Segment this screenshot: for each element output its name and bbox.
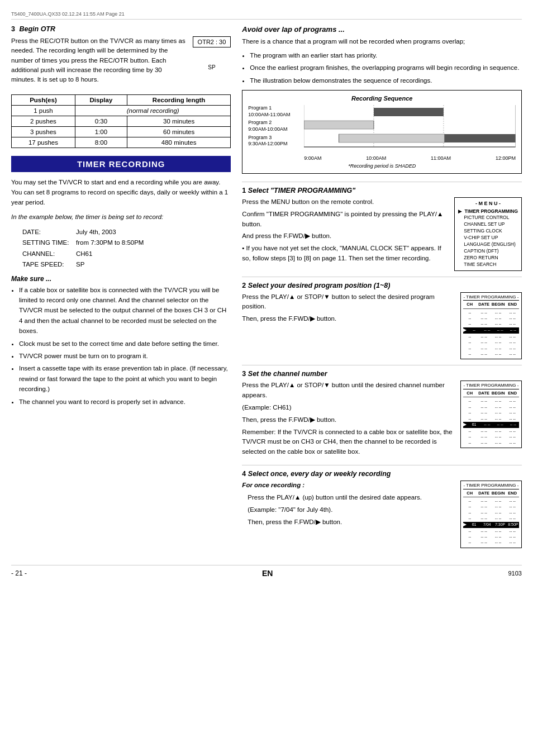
seq-diagram-title: Recording Sequence bbox=[248, 95, 516, 102]
step3-content: Press the PLAY/▲ or STOP/▼ button until … bbox=[242, 381, 522, 459]
timer-example-setting: SETTING TIME: from 7:30PM to 8:50PM bbox=[22, 237, 231, 249]
table-cell-push17: 17 pushes bbox=[12, 137, 75, 148]
tp-cols-3: CH DATE BEGIN END bbox=[463, 391, 519, 397]
table-row: 17 pushes 8:00 480 minutes bbox=[12, 137, 231, 148]
menu-item-selected: ▶ TIMER PROGRAMMING bbox=[458, 208, 518, 215]
table-row: 2 pushes 0:30 30 minutes bbox=[12, 116, 231, 127]
step3-title: Set the channel number bbox=[248, 370, 327, 378]
otr-sp-label: SP bbox=[208, 64, 215, 70]
list-item: The program with an earlier start has pr… bbox=[250, 50, 522, 60]
timer-example: DATE: July 4th, 2003 SETTING TIME: from … bbox=[22, 227, 231, 270]
table-cell-disp2: 0:30 bbox=[75, 116, 127, 127]
tp-data-row: ---- ---- ---- -- bbox=[463, 351, 519, 356]
svg-rect-7 bbox=[445, 134, 516, 142]
tp-data-row: ---- ---- ---- -- bbox=[463, 416, 519, 421]
table-row: 1 push (normal recording) bbox=[12, 106, 231, 116]
menu-item: SETTING CLOCK bbox=[458, 228, 518, 235]
tp-data-row: ---- ---- ---- -- bbox=[463, 410, 519, 415]
step1-content: Press the MENU button on the remote cont… bbox=[242, 197, 522, 271]
step1-text: Press the MENU button on the remote cont… bbox=[242, 197, 450, 266]
seq-chart-area: Program 1 10:00AM-11:00AM Program 2 9:00… bbox=[248, 105, 516, 161]
step4-section: 4 Select once, every day or weekly recor… bbox=[242, 465, 522, 548]
tp-data-row: ---- ---- ---- -- bbox=[463, 540, 519, 545]
recording-sequence-diagram: Recording Sequence Program 1 10:00AM-11:… bbox=[242, 90, 522, 174]
seq-prog3-label: Program 3 9:30AM-12:00PM bbox=[248, 135, 301, 148]
table-header-length: Recording length bbox=[127, 95, 230, 106]
menu-item: ZERO RETURN bbox=[458, 255, 518, 261]
list-item: Insert a cassette tape with its erase pr… bbox=[19, 363, 231, 394]
tp-data-row: ---- ---- ---- -- bbox=[463, 398, 519, 403]
tp-data-row: ---- ---- ---- -- bbox=[463, 340, 519, 345]
table-header-display: Display bbox=[75, 95, 127, 106]
timer-recording-banner: TIMER RECORDING bbox=[11, 156, 231, 172]
tp-header-4: - TIMER PROGRAMMING - bbox=[463, 483, 519, 489]
table-cell-push3: 3 pushes bbox=[12, 127, 75, 137]
menu-title: - M E N U - bbox=[458, 200, 518, 207]
timer-prog-box-step3: - TIMER PROGRAMMING - CH DATE BEGIN END … bbox=[460, 381, 522, 448]
menu-item: CHANNEL SET UP bbox=[458, 221, 518, 228]
step2-title: Select your desired program position (1~… bbox=[248, 282, 391, 289]
tp-header: - TIMER PROGRAMMING - bbox=[463, 294, 519, 301]
step1-section: 1 Select "TIMER PROGRAMMING" Press the M… bbox=[242, 182, 522, 271]
seq-prog1-label: Program 1 10:00AM-11:00AM bbox=[248, 105, 301, 118]
seq-chart-svg bbox=[304, 105, 516, 155]
page-footer: - 21 - EN 9103 bbox=[11, 565, 522, 578]
recording-table: Push(es) Display Recording length 1 push… bbox=[11, 94, 231, 148]
step2-section: 2 Select your desired program position (… bbox=[242, 277, 522, 360]
step4-num: 4 bbox=[242, 470, 246, 478]
svg-rect-6 bbox=[339, 134, 445, 142]
tp-data-row: ---- ---- ---- -- bbox=[463, 434, 519, 439]
timer-example-date: DATE: July 4th, 2003 bbox=[22, 227, 231, 238]
timer-prog-box-step2: - TIMER PROGRAMMING - CH DATE BEGIN END … bbox=[460, 292, 522, 360]
tp-cols: CH DATE BEGIN END bbox=[463, 302, 519, 308]
tp-data-row: ---- ---- ---- -- bbox=[463, 346, 519, 351]
list-item: The illustration below demonstrates the … bbox=[250, 75, 522, 85]
tp-data-row-selected: ▶---- ---- ---- -- bbox=[463, 327, 519, 334]
timer-example-channel: CHANNEL: CH61 bbox=[22, 249, 231, 260]
otr-display-box: OTR2 : 30 bbox=[193, 36, 231, 47]
svg-rect-5 bbox=[304, 121, 374, 129]
step4-text: For once recording : Press the PLAY/▲ (u… bbox=[242, 481, 456, 529]
step2-text: Press the PLAY/▲ or STOP/▼ button to sel… bbox=[242, 292, 456, 326]
menu-item: CAPTION (DFT) bbox=[458, 248, 518, 255]
left-column: 3 Begin OTR Press the REC/OTR button on … bbox=[11, 25, 231, 554]
seq-footnote: *Recording period is SHADED bbox=[248, 163, 516, 169]
table-cell-push2: 2 pushes bbox=[12, 116, 75, 127]
tp-data-row: ---- ---- ---- -- bbox=[463, 498, 519, 503]
tp-data-row: ---- ---- ---- -- bbox=[463, 529, 519, 534]
otr-step-title: Begin OTR bbox=[19, 25, 55, 33]
table-cell-len2: 30 minutes bbox=[127, 116, 230, 127]
page-num: - 21 - bbox=[11, 569, 27, 577]
list-item: TV/VCR power must be turn on to program … bbox=[19, 351, 231, 361]
page-header: T5400_7400UA.QX33 02.12.24 11:55 AM Page… bbox=[11, 11, 522, 20]
step1-title: Select "TIMER PROGRAMMING" bbox=[248, 187, 355, 194]
table-header-pushes: Push(es) bbox=[12, 95, 75, 106]
menu-item: LANGUAGE (ENGLISH) bbox=[458, 241, 518, 248]
timer-example-intro: In the example below, the timer is being… bbox=[11, 212, 231, 222]
otr-step-num: 3 bbox=[11, 25, 15, 33]
tp-data-row: ---- ---- ---- -- bbox=[463, 310, 519, 315]
tp-cols-4: CH DATE BEGIN END bbox=[463, 491, 519, 497]
tp-header-3: - TIMER PROGRAMMING - bbox=[463, 383, 519, 389]
timer-example-tape: TAPE SPEED: SP bbox=[22, 259, 231, 270]
menu-box-step1: - M E N U - ▶ TIMER PROGRAMMING PICTURE … bbox=[454, 197, 522, 271]
avoid-overlap-bullets: The program with an earlier start has pr… bbox=[250, 50, 522, 85]
step2-content: Press the PLAY/▲ or STOP/▼ button to sel… bbox=[242, 292, 522, 360]
make-sure-list: If a cable box or satellite box is conne… bbox=[19, 285, 231, 407]
en-badge: EN bbox=[262, 569, 273, 578]
right-column: Avoid over lap of programs ... There is … bbox=[242, 25, 522, 554]
table-cell-len3: 60 minutes bbox=[127, 127, 230, 137]
step3-section: 3 Set the channel number Press the PLAY/… bbox=[242, 365, 522, 459]
tp-data-row: ---- ---- ---- -- bbox=[463, 440, 519, 445]
menu-item: V-CHIP SET UP bbox=[458, 235, 518, 241]
tp-data-row-selected: ▶617/047:30P8:50P bbox=[463, 522, 519, 528]
step3-text: Press the PLAY/▲ or STOP/▼ button until … bbox=[242, 381, 456, 459]
tp-data-row: ---- ---- ---- -- bbox=[463, 516, 519, 521]
menu-item-label: TIMER PROGRAMMING bbox=[465, 208, 518, 214]
menu-arrow-icon: ▶ bbox=[458, 208, 462, 215]
menu-item: PICTURE CONTROL bbox=[458, 215, 518, 221]
table-cell-push1: 1 push bbox=[12, 106, 75, 116]
list-item: If a cable box or satellite box is conne… bbox=[19, 285, 231, 336]
step4-title: Select once, every day or weekly recordi… bbox=[248, 470, 391, 478]
tp-data-row: ---- ---- ---- -- bbox=[463, 504, 519, 509]
